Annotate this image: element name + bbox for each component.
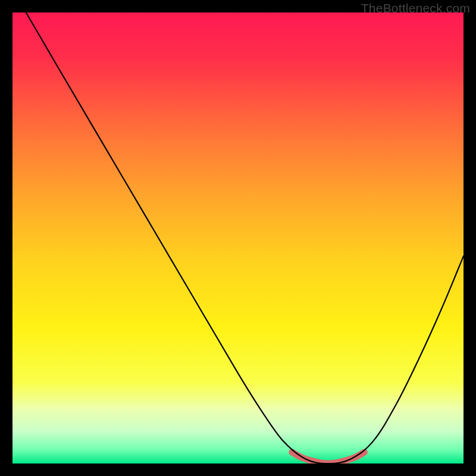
watermark-text: TheBottleneck.com: [361, 1, 470, 15]
chart-frame: [12, 12, 464, 464]
gradient-background: [12, 12, 464, 464]
bottleneck-chart: [12, 12, 464, 464]
